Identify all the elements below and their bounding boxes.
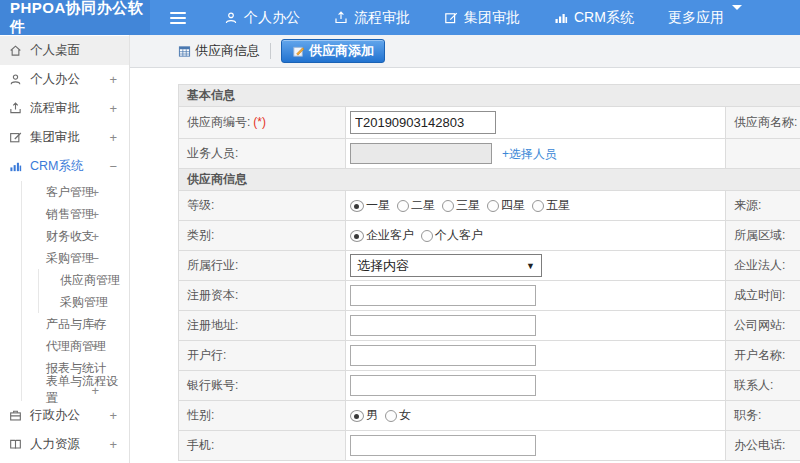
expand-marker[interactable]: +	[91, 339, 99, 354]
radio-label: 女	[399, 407, 411, 424]
radio-option-四星[interactable]: 四星	[487, 197, 525, 214]
expand-marker[interactable]: −	[91, 251, 99, 266]
tab-供应商信息[interactable]: 供应商信息	[178, 42, 260, 60]
field-cell: +选择人员	[346, 139, 726, 169]
edit-icon	[444, 11, 458, 25]
topnav-item-集团审批[interactable]: 集团审批	[444, 9, 520, 27]
right-field-label: 企业法人:	[726, 251, 800, 281]
sidebar-item-采购管理[interactable]: 采购管理 −	[22, 247, 129, 269]
sidebar-item-label: 行政办公	[30, 407, 80, 424]
expand-marker[interactable]: +	[91, 185, 99, 200]
sidebar-item-个人桌面[interactable]: 个人桌面	[0, 36, 129, 65]
form-row: 所属行业:选择内容▼企业法人:	[179, 251, 800, 281]
chart-icon	[554, 11, 568, 25]
industry-select[interactable]: 选择内容▼	[350, 254, 542, 277]
field-cell: 男女	[346, 401, 726, 431]
radio-option-女[interactable]: 女	[385, 407, 411, 424]
sidebar-item-label: 采购管理	[60, 294, 108, 311]
section-header-基本信息: 基本信息	[179, 85, 800, 107]
radio-option-个人客户[interactable]: 个人客户	[421, 227, 483, 244]
topbar: PHPOA协同办公软件 个人办公 流程审批 集团审批 CRM系统 更多应用	[0, 0, 800, 35]
select-person-link[interactable]: +选择人员	[502, 147, 557, 161]
expand-marker[interactable]: +	[109, 408, 117, 423]
field-cell	[346, 431, 726, 461]
sidebar-item-产品与库存[interactable]: 产品与库存 +	[22, 313, 129, 335]
field-label: 开户行:	[179, 341, 346, 371]
menu-toggle-icon[interactable]	[158, 0, 198, 35]
readonly-input[interactable]	[350, 143, 492, 164]
sidebar-item-代理商管理[interactable]: 代理商管理 +	[22, 335, 129, 357]
radio-label: 二星	[411, 197, 435, 214]
topnav-item-CRM系统[interactable]: CRM系统	[554, 9, 634, 27]
right-field-label: 供应商名称:(*)	[726, 107, 800, 139]
sidebar-item-label: 财务收支	[46, 228, 94, 245]
expand-marker[interactable]: +	[109, 101, 117, 116]
right-field-label: 所属区域:	[726, 221, 800, 251]
field-label: 注册地址:	[179, 311, 346, 341]
radio-icon[interactable]	[487, 200, 499, 212]
form-row: 性别:男女职务:	[179, 401, 800, 431]
book-icon	[9, 438, 22, 451]
expand-marker[interactable]: +	[109, 72, 117, 87]
expand-marker[interactable]: +	[91, 383, 99, 398]
radio-option-男[interactable]: 男	[350, 407, 378, 424]
radio-icon[interactable]	[350, 200, 364, 212]
expand-marker[interactable]: +	[91, 229, 99, 244]
radio-option-五星[interactable]: 五星	[532, 197, 570, 214]
sidebar-subgroup: 供应商管理 采购管理	[38, 269, 129, 313]
radio-option-二星[interactable]: 二星	[397, 197, 435, 214]
sidebar-item-流程审批[interactable]: 流程审批 +	[0, 94, 129, 123]
sidebar-item-集团审批[interactable]: 集团审批 +	[0, 123, 129, 152]
right-field-label: 来源:	[726, 191, 800, 221]
right-field-label: 办公电话:	[726, 431, 800, 461]
radio-icon[interactable]	[532, 200, 544, 212]
sidebar-item-销售管理[interactable]: 销售管理 +	[22, 203, 129, 225]
sidebar-item-财务收支[interactable]: 财务收支 +	[22, 225, 129, 247]
expand-marker[interactable]: +	[91, 317, 99, 332]
text-input[interactable]	[350, 285, 536, 306]
sidebar-item-个人办公[interactable]: 个人办公 +	[0, 65, 129, 94]
tab-供应商添加[interactable]: 供应商添加	[281, 39, 385, 63]
top-navigation: 个人办公 流程审批 集团审批 CRM系统 更多应用	[224, 0, 742, 35]
radio-icon[interactable]	[385, 410, 397, 422]
radio-option-三星[interactable]: 三星	[442, 197, 480, 214]
radio-icon[interactable]	[350, 230, 364, 242]
radio-option-企业客户[interactable]: 企业客户	[350, 227, 414, 244]
text-input[interactable]	[350, 375, 536, 396]
radio-icon[interactable]	[442, 200, 454, 212]
text-input[interactable]	[350, 111, 496, 134]
tab-label: 供应商信息	[195, 42, 260, 60]
sidebar-item-label: 采购管理	[46, 250, 94, 267]
expand-marker[interactable]: +	[109, 437, 117, 452]
radio-group: 一星二星三星四星五星	[350, 197, 725, 214]
expand-marker[interactable]: −	[109, 159, 117, 174]
sidebar-item-供应商管理[interactable]: 供应商管理	[39, 269, 129, 291]
topnav-item-label: 集团审批	[464, 9, 520, 27]
sidebar-item-人力资源[interactable]: 人力资源 +	[0, 430, 129, 459]
expand-marker[interactable]: +	[109, 130, 117, 145]
sidebar-item-label: 个人办公	[30, 71, 80, 88]
topnav-item-流程审批[interactable]: 流程审批	[334, 9, 410, 27]
topnav-item-label: 流程审批	[354, 9, 410, 27]
field-cell: 选择内容▼	[346, 251, 726, 281]
right-field-label	[726, 139, 800, 169]
radio-option-一星[interactable]: 一星	[350, 197, 390, 214]
upload-icon	[334, 11, 348, 25]
radio-icon[interactable]	[350, 410, 364, 422]
topnav-item-个人办公[interactable]: 个人办公	[224, 9, 300, 27]
sidebar-item-CRM系统[interactable]: CRM系统 −	[0, 152, 129, 181]
text-input[interactable]	[350, 315, 536, 336]
radio-label: 三星	[456, 197, 480, 214]
sidebar-item-label: 供应商管理	[60, 272, 120, 289]
sidebar-item-采购管理[interactable]: 采购管理	[39, 291, 129, 313]
field-cell	[346, 341, 726, 371]
text-input[interactable]	[350, 345, 536, 366]
text-input[interactable]	[350, 435, 536, 456]
sidebar-item-表单与流程设置[interactable]: 表单与流程设置 +	[22, 379, 129, 401]
radio-icon[interactable]	[421, 230, 433, 242]
radio-icon[interactable]	[397, 200, 409, 212]
expand-marker[interactable]: +	[91, 207, 99, 222]
sidebar-item-行政办公[interactable]: 行政办公 +	[0, 401, 129, 430]
topnav-item-更多应用[interactable]: 更多应用	[668, 9, 742, 27]
sidebar-item-客户管理[interactable]: 客户管理 +	[22, 181, 129, 203]
